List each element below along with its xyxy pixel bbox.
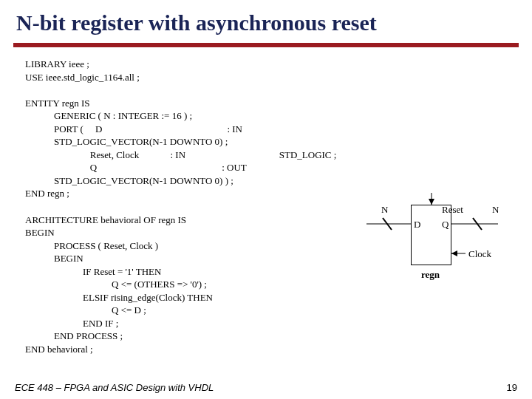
page-number: 19	[507, 382, 517, 393]
svg-marker-7	[451, 250, 457, 256]
register-diagram: N N Reset D Q Clock regn	[362, 191, 517, 302]
reset-label: Reset	[442, 203, 463, 216]
slide-title: N-bit register with asynchronous reset	[0, 0, 532, 40]
n-label-right: N	[492, 203, 499, 216]
n-label-left: N	[381, 203, 388, 216]
slide-footer: ECE 448 – FPGA and ASIC Design with VHDL…	[15, 382, 517, 393]
footer-text: ECE 448 – FPGA and ASIC Design with VHDL	[15, 382, 214, 393]
svg-marker-5	[429, 199, 434, 205]
clock-label: Clock	[468, 248, 491, 261]
q-label: Q	[442, 218, 449, 231]
d-label: D	[414, 218, 420, 231]
regn-label: regn	[421, 268, 440, 282]
content-area: LIBRARY ieee ; USE ieee.std_logic_1164.a…	[0, 47, 532, 356]
